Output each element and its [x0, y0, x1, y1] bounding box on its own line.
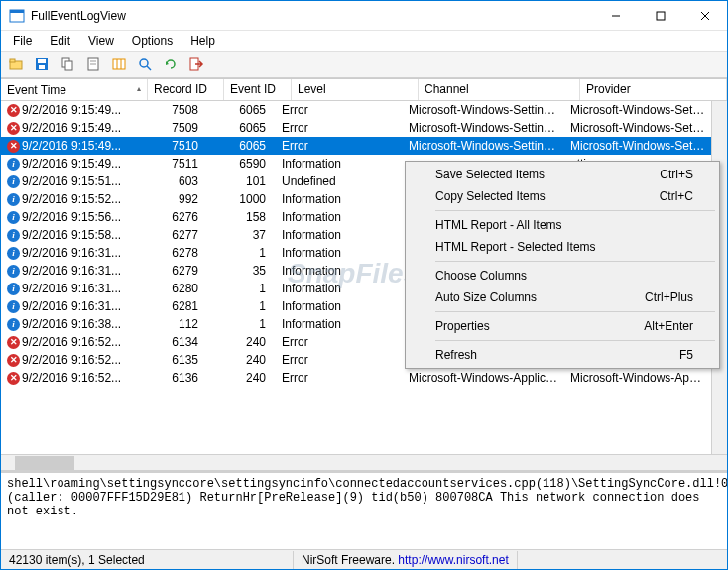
cell-level: Information [276, 281, 403, 296]
menu-label: HTML Report - Selected Items [435, 240, 596, 254]
cell-channel: Microsoft-Windows-SettingSy... [403, 102, 564, 118]
toolbar-refresh-button[interactable] [160, 54, 182, 75]
cell-time: 9/2/2016 9:15:49... [22, 139, 121, 153]
cell-event-id: 1 [208, 245, 276, 261]
cell-time: 9/2/2016 9:15:52... [22, 192, 121, 206]
toolbar-find-button[interactable] [134, 54, 156, 75]
info-icon: i [7, 158, 20, 171]
cell-record-id: 6281 [132, 298, 208, 314]
cell-time: 9/2/2016 9:15:49... [22, 157, 121, 171]
context-menu-item[interactable]: HTML Report - Selected Items [408, 236, 717, 258]
detail-pane[interactable]: shell\roaming\settingsynccore\settingsyn… [1, 470, 727, 549]
context-menu-item[interactable]: Copy Selected ItemsCtrl+C [408, 185, 717, 207]
cell-record-id: 6276 [132, 209, 208, 225]
context-menu-item[interactable]: HTML Report - All Items [408, 214, 717, 236]
context-menu-item[interactable]: Auto Size ColumnsCtrl+Plus [408, 286, 717, 308]
cell-level: Information [276, 263, 403, 279]
menu-shortcut: Ctrl+S [660, 168, 693, 181]
cell-record-id: 7509 [132, 120, 208, 136]
menu-options[interactable]: Options [124, 32, 181, 50]
cell-record-id: 6279 [132, 263, 208, 279]
col-channel[interactable]: Channel [419, 79, 580, 100]
toolbar-exit-button[interactable] [185, 54, 207, 75]
cell-event-id: 6065 [208, 138, 276, 154]
maximize-button[interactable] [638, 1, 682, 30]
minimize-button[interactable] [593, 1, 638, 30]
menu-separator [435, 261, 715, 262]
menu-file[interactable]: File [5, 32, 40, 50]
cell-record-id: 6280 [132, 281, 208, 296]
cell-event-id: 1 [208, 281, 276, 296]
cell-event-id: 240 [208, 370, 276, 386]
status-count: 42130 item(s), 1 Selected [1, 551, 294, 569]
cell-level: Error [276, 120, 403, 136]
info-icon: i [7, 175, 20, 188]
cell-event-id: 158 [208, 209, 276, 225]
cell-level: Information [276, 298, 403, 314]
col-event-time[interactable]: Event Time▴ [1, 79, 148, 100]
context-menu-item[interactable]: PropertiesAlt+Enter [408, 315, 717, 337]
cell-record-id: 7511 [132, 156, 208, 171]
cell-channel: Microsoft-Windows-Applicati... [403, 370, 564, 386]
save-icon [34, 57, 50, 72]
horizontal-scrollbar[interactable] [1, 454, 727, 470]
nirsoft-link[interactable]: http://www.nirsoft.net [398, 553, 508, 567]
cell-level: Information [276, 316, 403, 332]
menubar: File Edit View Options Help [1, 31, 727, 51]
context-menu[interactable]: Save Selected ItemsCtrl+SCopy Selected I… [405, 161, 720, 369]
menu-label: Save Selected Items [435, 168, 545, 181]
cell-provider: Microsoft-Windows-Setting [564, 102, 711, 118]
table-row[interactable]: ✕9/2/2016 9:15:49...75106065ErrorMicroso… [1, 137, 727, 155]
menu-view[interactable]: View [80, 32, 122, 50]
cell-provider: Microsoft-Windows-Applica [564, 370, 711, 386]
cell-level: Information [276, 191, 403, 207]
status-credits: NirSoft Freeware. http://www.nirsoft.net [294, 551, 518, 569]
close-button[interactable] [682, 1, 727, 30]
toolbar-open-button[interactable] [5, 54, 27, 75]
cell-event-id: 6065 [208, 102, 276, 118]
menu-shortcut: Alt+Enter [644, 319, 693, 333]
cell-time: 9/2/2016 9:15:49... [22, 121, 121, 135]
cell-level: Information [276, 245, 403, 261]
context-menu-item[interactable]: Choose Columns [408, 265, 717, 286]
cell-time: 9/2/2016 9:16:52... [22, 353, 121, 367]
svg-point-19 [140, 59, 148, 67]
info-icon: i [7, 193, 20, 206]
table-row[interactable]: ✕9/2/2016 9:15:49...75096065ErrorMicroso… [1, 119, 727, 137]
col-event-id[interactable]: Event ID [224, 79, 292, 100]
context-menu-item[interactable]: Save Selected ItemsCtrl+S [408, 164, 717, 185]
cell-level: Undefined [276, 173, 403, 189]
menu-help[interactable]: Help [182, 32, 223, 50]
toolbar-properties-button[interactable] [82, 54, 104, 75]
cell-event-id: 1000 [208, 191, 276, 207]
table-row[interactable]: ✕9/2/2016 9:15:49...75086065ErrorMicroso… [1, 101, 727, 119]
folder-icon [8, 57, 24, 72]
context-menu-item[interactable]: RefreshF5 [408, 344, 717, 366]
menu-separator [435, 210, 715, 211]
scrollbar-thumb[interactable] [15, 456, 74, 470]
cell-event-id: 1 [208, 298, 276, 314]
col-level[interactable]: Level [292, 79, 419, 100]
info-icon: i [7, 318, 20, 331]
menu-label: Copy Selected Items [435, 189, 546, 203]
cell-time: 9/2/2016 9:15:58... [22, 228, 121, 242]
menu-label: Refresh [435, 348, 477, 362]
menu-edit[interactable]: Edit [42, 32, 78, 50]
sort-asc-icon: ▴ [137, 84, 141, 93]
info-icon: i [7, 300, 20, 313]
cell-time: 9/2/2016 9:16:31... [22, 299, 121, 313]
cell-level: Error [276, 334, 403, 350]
toolbar-copy-button[interactable] [57, 54, 78, 75]
svg-rect-16 [113, 59, 125, 69]
cell-time: 9/2/2016 9:16:52... [22, 371, 121, 385]
toolbar [1, 51, 727, 78]
menu-label: Properties [435, 319, 490, 333]
cell-time: 9/2/2016 9:15:49... [22, 103, 121, 117]
cell-time: 9/2/2016 9:16:31... [22, 282, 121, 295]
table-row[interactable]: ✕9/2/2016 9:16:52...6136240ErrorMicrosof… [1, 369, 727, 387]
cell-record-id: 7510 [132, 138, 208, 154]
col-provider[interactable]: Provider [580, 79, 727, 100]
col-record-id[interactable]: Record ID [148, 79, 224, 100]
toolbar-save-button[interactable] [31, 54, 53, 75]
toolbar-columns-button[interactable] [108, 54, 130, 75]
